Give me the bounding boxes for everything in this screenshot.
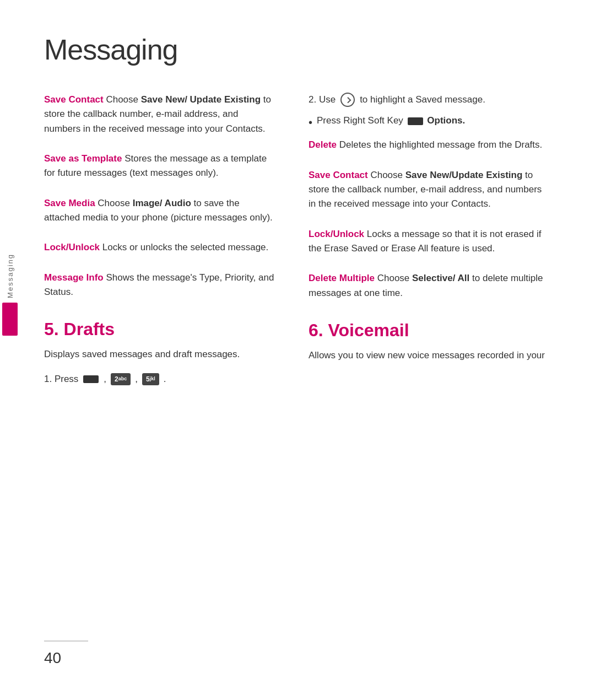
term-message-info: Message Info Shows the message's Type, P… bbox=[44, 271, 275, 300]
right-softkey-icon bbox=[408, 117, 423, 125]
term-delete: Delete Deletes the highlighted message f… bbox=[309, 138, 551, 152]
term-save-contact-right-label: Save Contact bbox=[309, 170, 368, 180]
key-2abc: 2abc bbox=[111, 373, 131, 385]
term-save-template-label: Save as Template bbox=[44, 153, 122, 164]
term-lock-unlock-right-label: Lock/Unlock bbox=[309, 229, 364, 239]
section5-intro: Displays saved messages and draft messag… bbox=[44, 347, 275, 362]
page-number: 40 bbox=[44, 649, 88, 667]
options-bold: Options. bbox=[427, 115, 465, 126]
step1-comma2: , bbox=[135, 372, 138, 386]
page-title: Messaging bbox=[44, 33, 551, 66]
page-container: Messaging Messaging Save Contact Choose … bbox=[0, 0, 595, 700]
sidebar-bar bbox=[2, 303, 18, 336]
step2-suffix: to highlight a Saved message. bbox=[360, 93, 485, 107]
term-message-info-label: Message Info bbox=[44, 272, 104, 283]
content-area: Save Contact Choose Save New/ Update Exi… bbox=[44, 93, 551, 393]
bullet-dot-icon: • bbox=[309, 114, 312, 131]
term-lock-unlock-label: Lock/Unlock bbox=[44, 242, 100, 252]
term-lock-unlock: Lock/Unlock Locks or unlocks the selecte… bbox=[44, 240, 275, 255]
step1-comma1: , bbox=[104, 372, 106, 386]
step1-line: 1. Press , 2abc , 5jkl . bbox=[44, 372, 275, 386]
term-save-contact: Save Contact Choose Save New/ Update Exi… bbox=[44, 93, 275, 136]
term-save-media-label: Save Media bbox=[44, 198, 95, 208]
term-lock-unlock-text: Locks or unlocks the selected message. bbox=[102, 242, 268, 252]
section6-intro: Allows you to view new voice messages re… bbox=[309, 348, 551, 363]
term-delete-multiple-label: Delete Multiple bbox=[309, 273, 375, 283]
bullet-text: Press Right Soft Key Options. bbox=[317, 114, 465, 128]
step1-period: . bbox=[164, 372, 166, 386]
page-divider bbox=[44, 640, 88, 642]
key-5jkl: 5jkl bbox=[142, 373, 159, 385]
term-delete-label: Delete bbox=[309, 139, 337, 150]
step2-line: 2. Use to highlight a Saved message. bbox=[309, 93, 551, 107]
sidebar-label: Messaging bbox=[6, 254, 14, 298]
page-number-area: 40 bbox=[44, 640, 88, 667]
term-delete-multiple: Delete Multiple Choose Selective/ All to… bbox=[309, 271, 551, 300]
press-softkey-icon bbox=[83, 375, 99, 383]
step2-text: 2. Use bbox=[309, 93, 336, 107]
right-column: 2. Use to highlight a Saved message. • P… bbox=[309, 93, 551, 393]
step1-text: 1. Press bbox=[44, 372, 78, 386]
term-save-template: Save as Template Stores the message as a… bbox=[44, 152, 275, 181]
section6-heading: 6. Voicemail bbox=[309, 320, 551, 341]
term-lock-unlock-right: Lock/Unlock Locks a message so that it i… bbox=[309, 227, 551, 256]
sidebar-wrapper: Messaging bbox=[0, 254, 20, 336]
bullet-line: • Press Right Soft Key Options. bbox=[309, 114, 551, 131]
left-column: Save Contact Choose Save New/ Update Exi… bbox=[44, 93, 275, 393]
nav-circle-icon bbox=[340, 93, 355, 107]
section5-heading: 5. Drafts bbox=[44, 319, 275, 340]
term-save-contact-label: Save Contact bbox=[44, 94, 104, 105]
term-save-contact-right: Save Contact Choose Save New/Update Exis… bbox=[309, 168, 551, 212]
term-delete-text: Deletes the highlighted message from the… bbox=[339, 139, 543, 150]
term-save-media: Save Media Choose Image/ Audio to save t… bbox=[44, 196, 275, 225]
